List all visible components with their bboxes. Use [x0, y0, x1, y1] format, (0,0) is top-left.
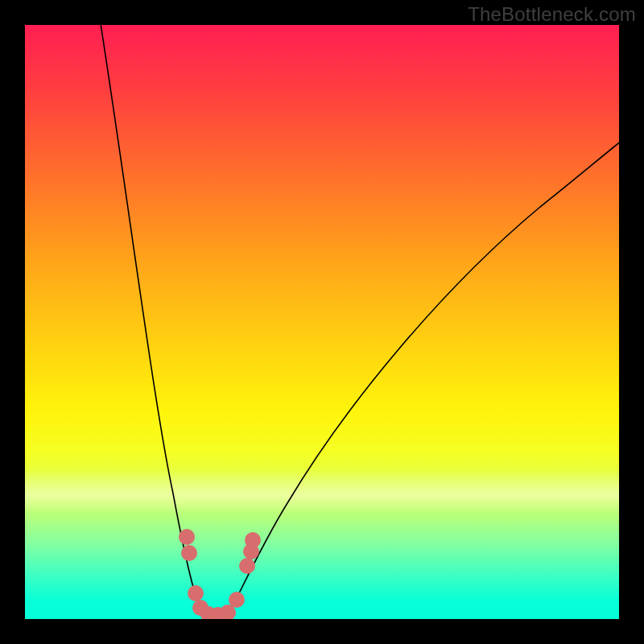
watermark: TheBottleneck.com — [468, 3, 636, 26]
dot — [245, 532, 261, 548]
curve-left — [100, 25, 213, 617]
dot — [229, 592, 245, 608]
dot — [239, 558, 255, 574]
dot — [188, 585, 204, 601]
dot — [179, 529, 195, 545]
plot-area — [25, 25, 619, 619]
curve-layer — [25, 25, 619, 619]
chart-frame: TheBottleneck.com — [0, 0, 644, 644]
dot — [181, 545, 197, 561]
curve-right — [213, 138, 619, 617]
